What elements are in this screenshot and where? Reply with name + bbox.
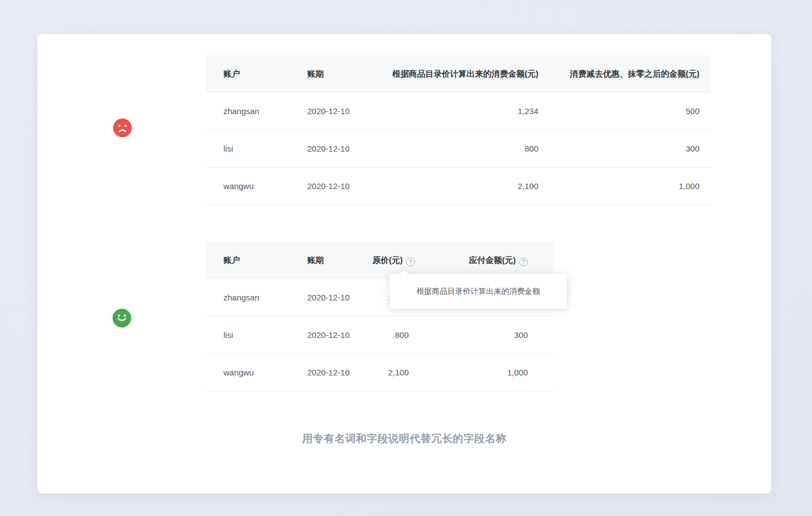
cell-list-price: 800 xyxy=(372,316,409,353)
tooltip-text: 根据商品目录价计算出来的消费金额 xyxy=(416,287,540,297)
column-header-list-price-verbose: 根据商品目录价计算出来的消费金额(元) xyxy=(372,55,538,92)
cell-account: wangwu xyxy=(206,168,290,205)
table-row: wangwu 2020-12-10 2,100 1,000 xyxy=(206,168,710,205)
cell-list-price: 800 xyxy=(372,130,538,167)
cell-account: wangwu xyxy=(206,354,290,391)
column-header-payable-verbose: 消费减去优惠、抹零之后的金额(元) xyxy=(538,55,710,92)
cell-payable: 300 xyxy=(409,316,553,353)
column-header-period: 账期 xyxy=(290,55,372,92)
cell-list-price: 1,234 xyxy=(372,93,538,130)
good-example-table: 账户 账期 原价(元)? 应付金额(元)? zhangsan 2020-12-1… xyxy=(206,241,553,391)
cell-account: lisi xyxy=(206,316,290,353)
caption-text: 用专有名词和字段说明代替冗长的字段名称 xyxy=(38,432,771,446)
cell-period: 2020-12-10 xyxy=(290,316,372,353)
cell-account: zhangsan xyxy=(206,279,290,316)
cell-payable: 1,000 xyxy=(409,354,553,391)
cell-account: lisi xyxy=(206,130,290,167)
table-row: zhangsan 2020-12-10 1,234 500 xyxy=(206,93,710,130)
table-row: lisi 2020-12-10 800 300 xyxy=(206,130,710,168)
column-header-payable: 应付金额(元)? xyxy=(409,241,553,278)
column-header-label: 原价(元) xyxy=(372,255,403,265)
bad-example-table: 账户 账期 根据商品目录价计算出来的消费金额(元) 消费减去优惠、抹零之后的金额… xyxy=(206,55,710,205)
happy-face-icon xyxy=(113,309,131,327)
cell-period: 2020-12-10 xyxy=(290,130,372,167)
column-header-label: 应付金额(元) xyxy=(469,255,516,265)
cell-period: 2020-12-10 xyxy=(290,93,372,130)
cell-period: 2020-12-10 xyxy=(290,279,372,316)
table-header-row: 账户 账期 根据商品目录价计算出来的消费金额(元) 消费减去优惠、抹零之后的金额… xyxy=(206,55,710,93)
column-header-account: 账户 xyxy=(206,55,290,92)
table-row: lisi 2020-12-10 800 300 xyxy=(206,316,553,354)
cell-payable: 1,000 xyxy=(538,168,710,205)
cell-list-price: 2,100 xyxy=(372,168,538,205)
table-header-row: 账户 账期 原价(元)? 应付金额(元)? xyxy=(206,241,553,279)
table-row: wangwu 2020-12-10 2,100 1,000 xyxy=(206,354,553,391)
cell-list-price: 2,100 xyxy=(372,354,409,391)
column-header-account: 账户 xyxy=(206,241,290,278)
column-header-period: 账期 xyxy=(290,241,372,278)
cell-account: zhangsan xyxy=(206,93,290,130)
cell-payable: 300 xyxy=(538,130,710,167)
content-card: 账户 账期 根据商品目录价计算出来的消费金额(元) 消费减去优惠、抹零之后的金额… xyxy=(38,34,771,493)
help-icon[interactable]: ? xyxy=(519,257,528,266)
sad-face-icon xyxy=(113,119,132,137)
cell-payable: 500 xyxy=(538,93,710,130)
cell-period: 2020-12-10 xyxy=(290,168,372,205)
cell-period: 2020-12-10 xyxy=(290,354,372,391)
tooltip: 根据商品目录价计算出来的消费金额 xyxy=(389,274,567,309)
